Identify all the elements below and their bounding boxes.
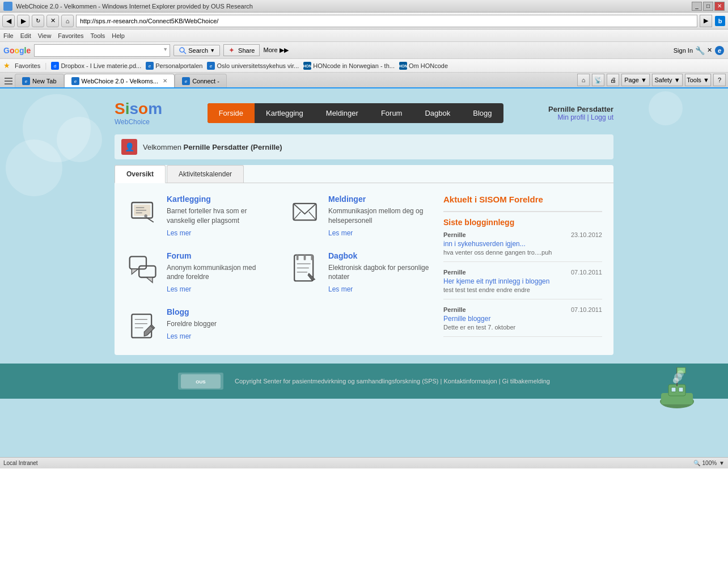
search-icon xyxy=(179,47,187,54)
forum-les-mer[interactable]: Les mer xyxy=(167,285,191,293)
blog-entry-2: Pernille 07.10.2011 Her kjeme eit nytt i… xyxy=(443,269,602,299)
nav-kartlegging[interactable]: Kartlegging xyxy=(255,103,315,123)
refresh-button[interactable]: ↻ xyxy=(32,15,44,27)
window-controls[interactable]: _ □ ✕ xyxy=(692,2,725,11)
menu-tools[interactable]: Tools xyxy=(91,32,105,39)
dagbok-title[interactable]: Dagbok xyxy=(328,251,432,260)
main-content: Kartlegging Barnet forteller hva som er … xyxy=(126,195,432,344)
feature-blogg: Blogg Foreldre blogger Les mer xyxy=(126,307,270,341)
min-profil-link[interactable]: Min profil xyxy=(557,113,585,121)
sign-in-area: Sign In 🔧 ✕ e xyxy=(674,45,725,56)
svg-rect-40 xyxy=(303,255,306,260)
decorative-bubble-4 xyxy=(6,140,62,196)
forward-button[interactable]: ▶ xyxy=(17,15,29,27)
status-text: Local Intranet xyxy=(3,460,38,466)
tab-connect[interactable]: e Connect - xyxy=(175,74,227,87)
menu-view[interactable]: View xyxy=(38,32,52,39)
stop-button[interactable]: ✕ xyxy=(46,15,59,27)
svg-rect-16 xyxy=(5,78,12,79)
share-button[interactable]: ✦ Share xyxy=(223,44,260,56)
search-button[interactable]: Search ▼ xyxy=(173,45,220,56)
blog-title-3[interactable]: Pernille blogger xyxy=(443,315,602,323)
blog-date-3: 07.10.2011 xyxy=(571,306,602,313)
blogg-les-mer[interactable]: Les mer xyxy=(167,332,191,340)
favorites-oslo[interactable]: e Oslo universitetssykehus vir... xyxy=(207,62,299,70)
svg-text:e: e xyxy=(718,47,721,54)
blogg-title[interactable]: Blogg xyxy=(167,307,217,316)
favorites-honcode-norwegian[interactable]: HON HONcode in Norwegian - th... xyxy=(303,62,395,70)
tab-webchoice[interactable]: e WebChoice 2.0 - Velkoms... ✕ xyxy=(64,74,175,87)
tab-oversikt[interactable]: Oversikt xyxy=(115,165,166,183)
feature-forum: Forum Anonym kommunikasjon med andre for… xyxy=(126,251,270,294)
logg-ut-link[interactable]: Logg ut xyxy=(591,113,613,121)
back-button[interactable]: ◀ xyxy=(2,15,15,27)
favorites-bar: ★ Favorites | d Dropbox - I Live materie… xyxy=(0,59,728,73)
favorites-personalportalen[interactable]: e Personalportalen xyxy=(146,62,202,70)
go-button[interactable]: ▶ xyxy=(700,15,712,27)
rss-button[interactable]: 📡 xyxy=(592,74,604,86)
kartlegging-les-mer[interactable]: Les mer xyxy=(167,229,191,237)
menu-favorites[interactable]: Favorites xyxy=(58,32,83,39)
menu-help[interactable]: Help xyxy=(112,32,125,39)
favorites-label[interactable]: Favorites xyxy=(15,62,40,69)
blog-title-2[interactable]: Her kjeme eit nytt innlegg i bloggen xyxy=(443,277,602,285)
menu-edit[interactable]: Edit xyxy=(20,32,31,39)
kartlegging-title[interactable]: Kartlegging xyxy=(167,195,270,204)
blog-entry-1: Pernille 23.10.2012 inn i sykehusverden … xyxy=(443,231,602,262)
zoom-control[interactable]: 🔍 100% ▼ xyxy=(693,460,725,466)
home-button[interactable]: ⌂ xyxy=(61,15,74,27)
nav-forside[interactable]: Forside xyxy=(208,103,255,123)
welcome-text: Velkommen Pernille Persdatter (Pernille) xyxy=(143,143,282,151)
tab-controls: ⌂ 📡 🖨 Page ▼ Safety ▼ Tools ▼ ? xyxy=(577,74,726,86)
svg-marker-35 xyxy=(132,269,138,274)
blog-date-2: 07.10.2011 xyxy=(571,269,602,276)
close-search-icon[interactable]: ✕ xyxy=(707,47,712,54)
svg-text:OUS: OUS xyxy=(196,379,206,385)
menu-file[interactable]: File xyxy=(3,32,14,39)
google-search-input[interactable] xyxy=(34,44,170,57)
tab-new-tab[interactable]: e New Tab xyxy=(15,74,64,87)
more-button[interactable]: More ▶▶ xyxy=(263,47,288,54)
nav-dagbok[interactable]: Dagbok xyxy=(413,103,462,123)
meldinger-text: Meldinger Kommunikasjon mellom deg og he… xyxy=(328,195,432,237)
blog-preview-1: hva venter oss denne gangen tro....puh xyxy=(443,249,602,256)
svg-text:b: b xyxy=(718,18,722,24)
tab-aktivitetskalender[interactable]: Aktivitetskalender xyxy=(167,165,244,183)
tabs-nav-button[interactable] xyxy=(2,75,15,87)
sidebar-main-title: Aktuelt i SISOM Foreldre xyxy=(443,195,602,204)
close-button[interactable]: ✕ xyxy=(714,2,725,11)
blog-section-title: Siste blogginnlegg xyxy=(443,218,602,227)
safety-button[interactable]: Safety ▼ xyxy=(652,74,683,86)
restore-button[interactable]: □ xyxy=(703,2,713,11)
forum-desc: Anonym kommunikasjon med andre foreldre xyxy=(167,263,270,282)
meldinger-title[interactable]: Meldinger xyxy=(328,195,432,204)
help-button[interactable]: ? xyxy=(713,74,726,86)
favorites-dropbox[interactable]: d Dropbox - I Live materie.pd... xyxy=(51,62,141,70)
svg-text:e: e xyxy=(185,79,188,84)
homepage-button[interactable]: ⌂ xyxy=(577,74,590,86)
page-button[interactable]: Page ▼ xyxy=(621,74,650,86)
blog-title-1[interactable]: inn i sykehusverden igjen... xyxy=(443,240,602,248)
minimize-button[interactable]: _ xyxy=(692,2,702,11)
connect-tab-icon: e xyxy=(182,77,190,85)
nav-forum[interactable]: Forum xyxy=(370,103,414,123)
favorites-om-honcode[interactable]: HON Om HONcode xyxy=(399,62,448,70)
searchbar: Google ▼ Search ▼ ✦ Share More ▶▶ Sign I… xyxy=(0,42,728,59)
tabs-bar: e New Tab e WebChoice 2.0 - Velkoms... ✕… xyxy=(0,73,728,88)
print-button[interactable]: 🖨 xyxy=(607,74,619,86)
meldinger-les-mer[interactable]: Les mer xyxy=(328,229,353,237)
dagbok-les-mer[interactable]: Les mer xyxy=(328,285,353,293)
features-grid: Kartlegging Barnet forteller hva som er … xyxy=(126,195,432,341)
nav-meldinger[interactable]: Meldinger xyxy=(315,103,370,123)
forum-title[interactable]: Forum xyxy=(167,251,270,260)
blogg-desc: Foreldre blogger xyxy=(167,319,217,329)
kartlegging-desc: Barnet forteller hva som er vanskelig el… xyxy=(167,206,270,226)
webchoice-sub-label: WebChoice xyxy=(115,118,162,126)
address-bar[interactable] xyxy=(76,15,697,27)
svg-point-2 xyxy=(180,48,184,52)
nav-blogg[interactable]: Blogg xyxy=(462,103,503,123)
blog-author-1: Pernille xyxy=(443,231,466,238)
dropbox-icon: d xyxy=(51,62,59,70)
tab-webchoice-close[interactable]: ✕ xyxy=(163,78,167,84)
tools-button[interactable]: Tools ▼ xyxy=(685,74,711,86)
